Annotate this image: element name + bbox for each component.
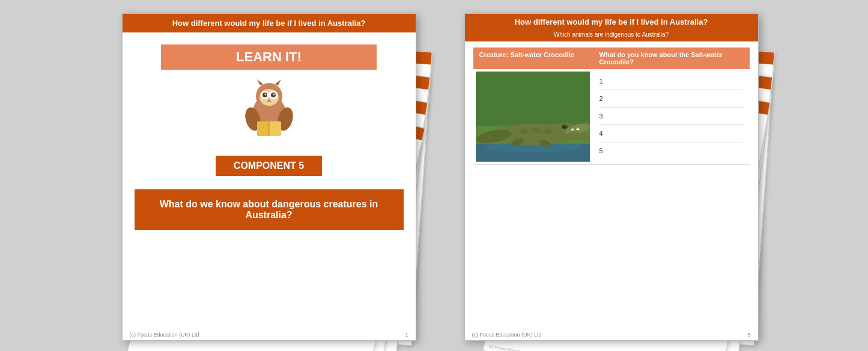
svg-point-10 (273, 94, 275, 96)
numbered-item-1: 1 (599, 73, 744, 90)
right-page-subheader: Which animals are indigenous to Australi… (465, 30, 758, 41)
right-front-page: How different would my life be if I live… (464, 13, 759, 341)
right-behind-2-footer: (c) Focus Education (UK) Ltd 6 (484, 343, 720, 351)
svg-rect-15 (257, 121, 269, 136)
svg-point-31 (519, 129, 529, 134)
numbered-item-5: 5 (599, 142, 744, 159)
table-header-knowledge: What do you know about the Salt-water Cr… (593, 47, 750, 69)
right-page-header: How different would my life be if I live… (465, 14, 758, 30)
left-front-page: How different would my life be if I live… (122, 13, 416, 341)
table-header-creature: Creature: Salt-water Crocodile (473, 47, 593, 69)
right-page-footer: (c) Focus Education (UK) Ltd 5 (465, 329, 758, 340)
table-row-image: 1 2 3 4 5 (473, 69, 750, 165)
svg-point-29 (563, 126, 566, 129)
left-page-body: LEARN IT! (123, 32, 416, 329)
learn-it-banner: LEARN IT! (161, 44, 376, 70)
svg-point-33 (543, 129, 553, 134)
owl-illustration (239, 78, 299, 145)
creature-table-section: Creature: Salt-water Crocodile What do y… (465, 41, 758, 329)
numbered-item-4: 4 (599, 125, 744, 142)
left-page-header: How different would my life be if I live… (123, 14, 416, 32)
svg-marker-2 (257, 79, 263, 85)
svg-point-32 (531, 128, 541, 133)
knowledge-items-cell: 1 2 3 4 5 (593, 69, 750, 165)
right-stack-group: How different would my life be if I live… (446, 7, 765, 344)
crocodile-image (476, 72, 590, 162)
numbered-item-2: 2 (599, 90, 744, 108)
svg-marker-3 (275, 79, 281, 85)
question-box: What do we know about dangerous creature… (135, 189, 404, 230)
left-page-footer: (c) Focus Education (UK) Ltd 1 (123, 329, 416, 340)
component-badge: COMPONENT 5 (216, 156, 322, 176)
crocodile-image-cell (473, 69, 593, 165)
numbered-item-3: 3 (599, 108, 744, 125)
svg-point-9 (264, 94, 266, 96)
left-stack-group: How different would my life be if I live… (104, 7, 422, 344)
svg-point-30 (565, 126, 566, 127)
creature-info-table: Creature: Salt-water Crocodile What do y… (473, 47, 750, 165)
